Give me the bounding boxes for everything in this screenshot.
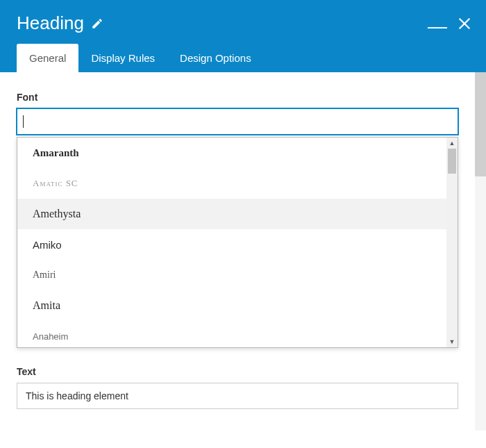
heading-settings-modal: Heading — General Display Rules Design O… [0,0,486,448]
header-top: Heading — [0,0,486,44]
font-label: Font [17,92,458,103]
scroll-thumb[interactable] [448,149,456,174]
font-dropdown: Amaranth Amatic SC Amethysta Amiko Amiri… [17,137,458,348]
page-scroll-thumb[interactable] [475,72,486,176]
font-option[interactable]: Amatic SC [17,168,446,199]
title-wrap: Heading [17,13,103,34]
font-input-wrap[interactable] [17,108,458,135]
tab-design-options[interactable]: Design Options [167,44,264,72]
font-option[interactable]: Amaranth [17,138,446,168]
modal-header: Heading — General Display Rules Design O… [0,0,486,72]
content-scroll[interactable]: Font Amaranth Amatic SC Amethysta Amiko … [0,72,475,431]
scroll-down-icon[interactable]: ▼ [449,336,455,347]
tabs: General Display Rules Design Options [0,44,486,72]
modal-title: Heading [17,13,84,34]
text-label: Text [17,366,458,377]
font-option[interactable]: Amiko [17,229,446,260]
font-option[interactable]: Amiri [17,260,446,290]
text-field: Text [17,366,458,409]
font-field: Font Amaranth Amatic SC Amethysta Amiko … [17,92,458,348]
page-scrollbar[interactable] [475,72,486,431]
scroll-up-icon[interactable]: ▲ [449,138,455,149]
window-controls: — [428,16,472,31]
font-options-list[interactable]: Amaranth Amatic SC Amethysta Amiko Amiri… [17,138,446,347]
close-icon[interactable] [457,16,472,31]
font-search-input[interactable] [24,116,452,127]
font-option[interactable]: Amethysta [17,199,446,229]
tab-display-rules[interactable]: Display Rules [78,44,167,72]
font-option[interactable]: Anaheim [17,321,446,347]
font-option[interactable]: Amita [17,290,446,321]
modal-body: Font Amaranth Amatic SC Amethysta Amiko … [0,72,486,431]
edit-icon[interactable] [91,17,103,30]
tab-general[interactable]: General [17,44,78,72]
dropdown-scrollbar[interactable]: ▲ ▼ [446,138,458,347]
text-input[interactable] [17,383,458,409]
